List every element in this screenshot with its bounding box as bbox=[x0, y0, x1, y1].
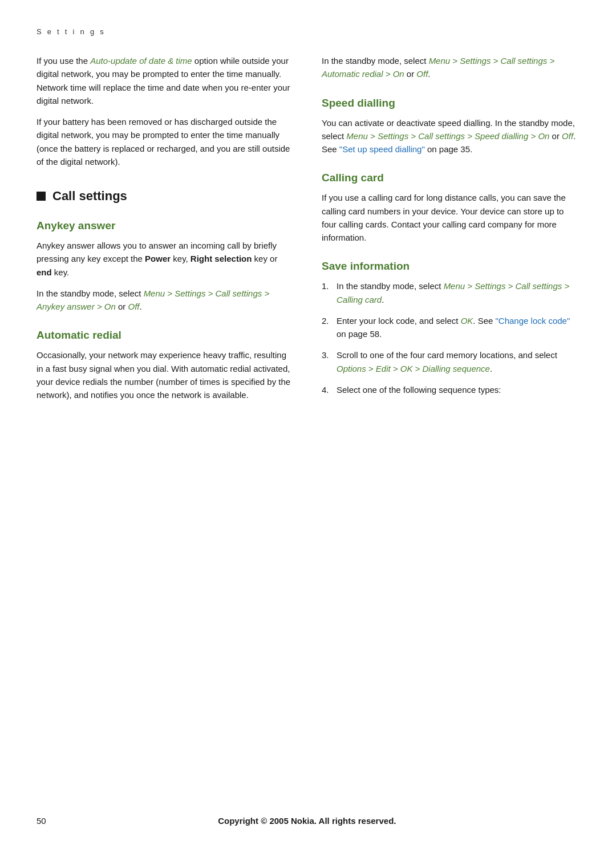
anykey-para-1: Anykey answer allows you to answer an in… bbox=[37, 239, 294, 279]
speed-menu-italic: Menu > Settings > Call settings > Speed … bbox=[346, 131, 549, 141]
calling-card-heading: Calling card bbox=[322, 172, 579, 184]
list-num-1: 1. bbox=[322, 279, 332, 306]
page: S e t t i n g s If you use the Auto-upda… bbox=[0, 0, 616, 853]
redial-menu-italic: Menu > Settings > Call settings > Automa… bbox=[322, 56, 554, 79]
list-item-4-text: Select one of the following sequence typ… bbox=[337, 383, 501, 396]
automatic-label: Automatic redial bbox=[37, 329, 121, 341]
anykey-label: Anykey answer bbox=[37, 220, 115, 231]
calling-card-para: If you use a calling card for long dista… bbox=[322, 191, 579, 244]
list-item-2-text: Enter your lock code, and select OK. See… bbox=[337, 314, 579, 341]
end-bold: end bbox=[37, 267, 52, 277]
list-item: 2. Enter your lock code, and select OK. … bbox=[322, 314, 579, 341]
redial-off-italic: Off bbox=[416, 69, 428, 79]
change-lock-code-link[interactable]: "Change lock code" bbox=[496, 316, 570, 326]
page-footer: 50 Copyright © 2005 Nokia. All rights re… bbox=[37, 816, 579, 826]
anykey-para-2: In the standby mode, select Menu > Setti… bbox=[37, 287, 294, 314]
save-information-heading: Save information bbox=[322, 260, 579, 273]
page-number: 50 bbox=[37, 816, 46, 826]
left-column: If you use the Auto-update of date & tim… bbox=[37, 54, 294, 409]
list-item-1-text: In the standby mode, select Menu > Setti… bbox=[337, 279, 579, 306]
power-bold: Power bbox=[145, 254, 171, 263]
list-num-4: 4. bbox=[322, 383, 332, 396]
automatic-para: Occasionally, your network may experienc… bbox=[37, 348, 294, 401]
anykey-answer-heading: Anykey answer bbox=[37, 220, 294, 232]
save-info-label: Save information bbox=[322, 260, 410, 272]
list-3-italic: Options > Edit > OK > Dialling sequence bbox=[337, 364, 490, 373]
black-square-icon bbox=[37, 192, 46, 201]
call-settings-label: Call settings bbox=[52, 189, 127, 204]
speed-off-italic: Off bbox=[562, 131, 573, 141]
auto-update-italic: Auto-update of date & time bbox=[90, 56, 192, 66]
right-column: In the standby mode, select Menu > Setti… bbox=[322, 54, 579, 409]
list-item: 4. Select one of the following sequence … bbox=[322, 383, 579, 396]
intro-para-1: If you use the Auto-update of date & tim… bbox=[37, 54, 294, 107]
page-header: S e t t i n g s bbox=[37, 27, 579, 36]
list-item: 3. Scroll to one of the four card memory… bbox=[322, 348, 579, 375]
header-text: S e t t i n g s bbox=[37, 27, 106, 36]
call-settings-heading: Call settings bbox=[37, 189, 294, 204]
speed-dialling-link[interactable]: "Set up speed dialling" bbox=[339, 144, 425, 154]
automatic-redial-heading: Automatic redial bbox=[37, 329, 294, 342]
list-1-italic: Menu > Settings > Call settings > Callin… bbox=[337, 281, 569, 304]
speed-dialling-heading: Speed dialling bbox=[322, 97, 579, 109]
list-item-3-text: Scroll to one of the four card memory lo… bbox=[337, 348, 579, 375]
footer-copyright: Copyright © 2005 Nokia. All rights reser… bbox=[46, 816, 568, 826]
calling-card-label: Calling card bbox=[322, 172, 384, 184]
save-info-list: 1. In the standby mode, select Menu > Se… bbox=[322, 279, 579, 396]
redial-para: In the standby mode, select Menu > Setti… bbox=[322, 54, 579, 81]
list-num-3: 3. bbox=[322, 348, 332, 375]
anykey-off-italic: Off bbox=[128, 302, 140, 311]
list-2-ok-italic: OK bbox=[461, 316, 473, 326]
two-column-layout: If you use the Auto-update of date & tim… bbox=[37, 54, 579, 409]
intro-para-2: If your battery has been removed or has … bbox=[37, 115, 294, 168]
list-item: 1. In the standby mode, select Menu > Se… bbox=[322, 279, 579, 306]
list-num-2: 2. bbox=[322, 314, 332, 341]
speed-label: Speed dialling bbox=[322, 97, 395, 109]
anykey-menu-italic: Menu > Settings > Call settings > Anykey… bbox=[37, 289, 269, 311]
speed-para: You can activate or deactivate speed dia… bbox=[322, 116, 579, 156]
right-selection-bold: Right selection bbox=[191, 254, 252, 263]
